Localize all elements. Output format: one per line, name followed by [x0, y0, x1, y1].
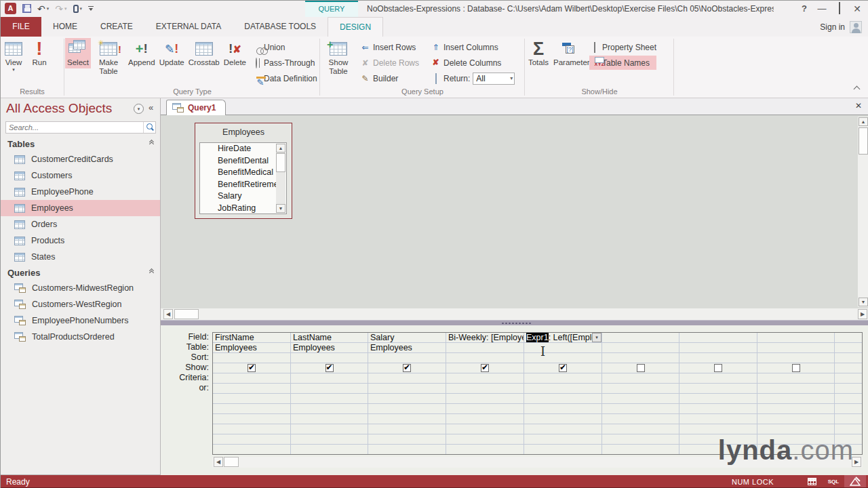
grid-cell[interactable]	[446, 434, 524, 445]
grid-cell[interactable]	[446, 373, 524, 384]
table-cell[interactable]: Employees	[213, 343, 291, 353]
scroll-down-button[interactable]: ▼	[859, 298, 868, 306]
grid-cell[interactable]	[602, 445, 679, 455]
field-list-item[interactable]: BenefitMedical	[200, 167, 286, 179]
search-icon[interactable]	[143, 122, 155, 133]
undo-button[interactable]: ↶▾	[37, 4, 49, 14]
grid-cell[interactable]	[757, 414, 835, 424]
table-cell[interactable]	[446, 343, 524, 353]
field-list-scrollbar[interactable]: ▲ ▼	[276, 144, 285, 213]
builder-button[interactable]: ✎ Builder	[360, 71, 425, 85]
scroll-up-button[interactable]: ▲	[859, 117, 868, 126]
grid-cell[interactable]	[757, 424, 835, 434]
show-checkbox[interactable]: ✔	[326, 364, 334, 372]
grid-cell[interactable]	[524, 394, 602, 404]
grid-cell[interactable]	[291, 414, 368, 424]
grid-cell[interactable]	[368, 394, 446, 404]
grid-cell[interactable]	[368, 353, 446, 363]
grid-cell[interactable]	[213, 404, 291, 414]
grid-cell[interactable]	[291, 384, 368, 394]
field-cell[interactable]: Salary	[368, 333, 446, 343]
grid-cell[interactable]	[291, 404, 368, 414]
search-input[interactable]	[6, 123, 143, 131]
scroll-left-button[interactable]: ◀	[214, 457, 223, 467]
pass-through-button[interactable]: Pass-Through	[251, 56, 317, 70]
touch-mode-button[interactable]: ▾	[73, 5, 83, 13]
show-checkbox[interactable]	[714, 364, 722, 372]
field-list-item[interactable]: JobRating	[200, 203, 286, 215]
totals-button[interactable]: Σ Totals	[526, 38, 551, 68]
redo-button[interactable]: ↷▾	[55, 4, 66, 14]
scroll-down-button[interactable]: ▼	[276, 204, 285, 213]
grid-cell[interactable]	[446, 404, 524, 414]
customize-qat-button[interactable]	[88, 5, 95, 12]
grid-cell[interactable]	[835, 414, 863, 424]
show-cell[interactable]	[602, 363, 679, 373]
grid-cell[interactable]	[368, 404, 446, 414]
crosstab-button[interactable]: Crosstab	[186, 38, 222, 68]
grid-cell[interactable]	[679, 414, 757, 424]
nav-item-customers-westregion[interactable]: Customers-WestRegion	[1, 296, 160, 312]
collapse-section-icon[interactable]	[150, 270, 153, 274]
sql-view-button[interactable]: SQL	[823, 475, 844, 487]
grid-cell[interactable]	[446, 353, 524, 363]
grid-cell[interactable]	[524, 404, 602, 414]
delete-columns-button[interactable]: ✘ Delete Columns	[431, 56, 515, 70]
grid-cell[interactable]	[368, 373, 446, 384]
show-cell[interactable]: ✔	[446, 363, 524, 373]
grid-cell[interactable]	[291, 353, 368, 363]
show-cell[interactable]: ✔	[368, 363, 446, 373]
scroll-right-button[interactable]: ▶	[858, 309, 867, 319]
show-checkbox[interactable]	[792, 364, 800, 372]
grid-cell[interactable]	[757, 373, 835, 384]
grid-cell[interactable]	[602, 404, 679, 414]
grid-cell[interactable]	[524, 424, 602, 434]
grid-cell[interactable]	[679, 353, 757, 363]
grid-cell[interactable]	[213, 414, 291, 424]
restore-button[interactable]	[831, 2, 848, 16]
insert-rows-button[interactable]: ⇐ Insert Rows	[360, 40, 425, 54]
save-button[interactable]	[22, 4, 31, 13]
show-cell[interactable]: ✔	[524, 363, 602, 373]
grid-cell[interactable]	[835, 404, 863, 414]
grid-cell[interactable]	[213, 394, 291, 404]
grid-cell[interactable]	[368, 424, 446, 434]
pane-splitter[interactable]	[161, 320, 868, 325]
field-dropdown-button[interactable]: ▾	[592, 333, 601, 342]
grid-cell[interactable]	[524, 353, 602, 363]
table-cell[interactable]	[835, 343, 863, 353]
show-cell[interactable]	[757, 363, 835, 373]
property-sheet-button[interactable]: Property Sheet	[589, 40, 656, 54]
grid-cell[interactable]	[524, 373, 602, 384]
grid-cell[interactable]	[679, 373, 757, 384]
grid-cell[interactable]	[602, 424, 679, 434]
insert-columns-button[interactable]: ⇑ Insert Columns	[431, 40, 515, 54]
make-table-button[interactable]: ✳! Make Table	[91, 38, 126, 77]
show-cell[interactable]: ✔	[213, 363, 291, 373]
delete-query-button[interactable]: !✘ Delete	[222, 38, 248, 68]
nav-item-states[interactable]: States	[1, 249, 160, 265]
show-checkbox[interactable]	[637, 364, 645, 372]
nav-item-employeephone[interactable]: EmployeePhone	[1, 184, 160, 200]
show-checkbox[interactable]: ✔	[481, 364, 489, 372]
sign-in[interactable]: Sign in	[820, 17, 862, 37]
grid-cell[interactable]	[835, 373, 863, 384]
grid-cell[interactable]	[524, 414, 602, 424]
nav-item-totalproductsordered[interactable]: TotalProductsOrdered	[1, 329, 160, 345]
table-cell[interactable]	[602, 343, 679, 353]
scrollbar-thumb[interactable]	[224, 457, 239, 467]
grid-cell[interactable]	[602, 414, 679, 424]
collapse-section-icon[interactable]	[150, 142, 153, 146]
nav-item-customercreditcards[interactable]: CustomerCreditCards	[1, 151, 160, 167]
tab-external-data[interactable]: EXTERNAL DATA	[144, 17, 233, 37]
nav-section-header-queries[interactable]: Queries	[1, 265, 160, 280]
grid-cell[interactable]	[368, 434, 446, 445]
grid-cell[interactable]	[213, 353, 291, 363]
grid-cell[interactable]	[679, 384, 757, 394]
shutter-bar-close-button[interactable]: «	[149, 102, 153, 113]
grid-cell[interactable]	[291, 373, 368, 384]
tab-design[interactable]: DESIGN	[328, 17, 383, 37]
run-button[interactable]: ! Run	[26, 38, 52, 68]
show-checkbox[interactable]: ✔	[403, 364, 411, 372]
show-checkbox[interactable]: ✔	[559, 364, 567, 372]
